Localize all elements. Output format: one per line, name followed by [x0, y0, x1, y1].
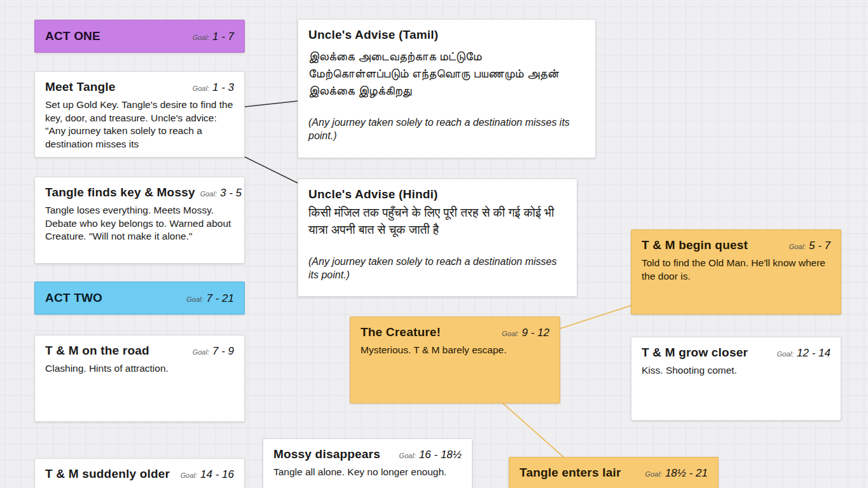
card-tangle-finds-key[interactable]: Tangle finds key & Mossy Goal:3 - 5 Tang… [34, 177, 245, 264]
goal-badge: Goal:3 - 5 [200, 187, 242, 200]
goal-label: Goal: [181, 471, 197, 479]
goal-value: 7 - 21 [207, 292, 234, 304]
goal-label: Goal: [193, 348, 209, 356]
goal-value: 18½ - 21 [665, 467, 708, 479]
goal-value: 1 - 3 [212, 81, 234, 93]
card-title: Uncle's Advise (Hindi) [308, 187, 438, 201]
card-tm-grow-closer[interactable]: T & M grow closer Goal:12 - 14 Kiss. Sho… [631, 337, 841, 421]
card-body-tamil: இலக்கை அடைவதற்காக மட்டுமே மேற்கொள்ளப்படு… [308, 48, 585, 99]
goal-value: 7 - 9 [212, 345, 234, 357]
connector-creature-to-begin-quest [560, 306, 631, 329]
goal-value: 3 - 5 [220, 187, 242, 199]
goal-value: 14 - 16 [200, 468, 234, 480]
goal-label: Goal: [789, 243, 806, 250]
goal-badge: Goal:1 - 3 [193, 81, 234, 94]
card-title: ACT ONE [45, 29, 100, 43]
card-body: Clashing. Hints of attraction. [45, 362, 234, 376]
card-act-one[interactable]: ACT ONE Goal:1 - 7 [34, 20, 245, 53]
card-body-hindi: किसी मंजिल तक पहुँचने के लिए पूरी तरह से… [308, 204, 567, 238]
card-title: T & M on the road [45, 344, 149, 358]
goal-label: Goal: [186, 295, 203, 303]
card-body: Told to find the Old Man. He'll know whe… [642, 257, 830, 283]
goal-badge: Goal:5 - 7 [789, 240, 830, 252]
card-title: Meet Tangle [45, 80, 116, 94]
goal-badge: Goal:9 - 12 [502, 327, 549, 339]
goal-label: Goal: [399, 452, 416, 459]
card-body: Tangle loses everything. Meets Mossy. De… [45, 204, 234, 243]
card-tm-on-the-road[interactable]: T & M on the road Goal:7 - 9 Clashing. H… [34, 335, 245, 422]
card-title: T & M suddenly older [45, 467, 170, 481]
goal-label: Goal: [200, 190, 217, 198]
card-title: The Creature! [361, 325, 441, 339]
goal-value: 5 - 7 [809, 240, 830, 252]
card-body: Mysterious. T & M barely escape. [361, 344, 549, 357]
goal-label: Goal: [502, 330, 518, 337]
card-title: Mossy disappears [273, 447, 380, 461]
goal-label: Goal: [193, 34, 209, 41]
card-title: T & M begin quest [642, 238, 748, 252]
card-body: Tangle all alone. Key no longer enough. [273, 466, 462, 479]
card-meet-tangle[interactable]: Meet Tangle Goal:1 - 3 Set up Gold Key. … [34, 71, 245, 158]
card-mossy-disappears[interactable]: Mossy disappears Goal:16 - 18½ Tangle al… [263, 438, 472, 488]
goal-badge: Goal:1 - 7 [193, 30, 234, 43]
card-title: ACT TWO [45, 291, 102, 305]
goal-value: 1 - 7 [212, 30, 234, 43]
card-uncles-advise-hindi[interactable]: Uncle's Advise (Hindi) किसी मंजिल तक पहु… [298, 179, 577, 297]
goal-value: 16 - 18½ [419, 449, 462, 461]
card-title: Tangle enters lair [520, 466, 621, 480]
goal-badge: Goal:7 - 21 [186, 292, 234, 305]
card-translation: (Any journey taken solely to reach a des… [308, 255, 567, 281]
card-the-creature[interactable]: The Creature! Goal:9 - 12 Mysterious. T … [350, 316, 560, 403]
connector-creature-to-lair [502, 403, 564, 458]
card-body: Kiss. Shooting comet. [642, 364, 830, 377]
card-tangle-enters-lair[interactable]: Tangle enters lair Goal:18½ - 21 [509, 457, 719, 488]
goal-badge: Goal:14 - 16 [181, 468, 234, 481]
card-uncles-advise-tamil[interactable]: Uncle's Advise (Tamil) இலக்கை அடைவதற்காக… [298, 19, 596, 158]
goal-label: Goal: [777, 350, 794, 358]
card-tm-begin-quest[interactable]: T & M begin quest Goal:5 - 7 Told to fin… [631, 229, 841, 315]
goal-label: Goal: [645, 470, 662, 478]
goal-value: 9 - 12 [522, 327, 549, 339]
connector-meet-tangle-to-tamil [245, 101, 298, 107]
card-title: Tangle finds key & Mossy [45, 186, 195, 200]
story-board-canvas[interactable]: ACT ONE Goal:1 - 7 Meet Tangle Goal:1 - … [0, 0, 868, 488]
card-tm-suddenly-older[interactable]: T & M suddenly older Goal:14 - 16 [34, 458, 245, 488]
card-title: Uncle's Advise (Tamil) [308, 28, 438, 42]
goal-badge: Goal:12 - 14 [777, 347, 830, 360]
connector-meet-tangle-to-hindi [245, 157, 298, 183]
goal-badge: Goal:16 - 18½ [399, 449, 462, 461]
card-body: Set up Gold Key. Tangle's desire to find… [45, 98, 234, 151]
goal-value: 12 - 14 [797, 347, 830, 359]
card-act-two[interactable]: ACT TWO Goal:7 - 21 [34, 281, 245, 315]
goal-badge: Goal:7 - 9 [193, 345, 234, 358]
card-translation: (Any journey taken solely to reach a des… [308, 116, 585, 142]
card-title: T & M grow closer [642, 346, 748, 360]
goal-label: Goal: [193, 85, 209, 92]
goal-badge: Goal:18½ - 21 [645, 467, 708, 480]
